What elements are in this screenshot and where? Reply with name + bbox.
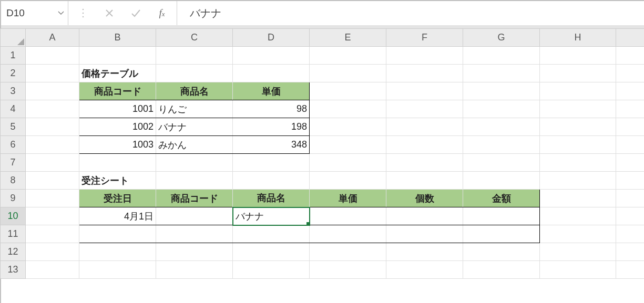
cell[interactable] (26, 261, 79, 279)
cell[interactable] (540, 82, 616, 100)
cell[interactable] (310, 136, 386, 154)
cell[interactable] (463, 172, 540, 190)
cell[interactable] (616, 225, 645, 243)
row-header[interactable]: 4 (1, 100, 26, 118)
cell[interactable] (233, 261, 310, 279)
row-header[interactable]: 13 (1, 261, 26, 279)
cell[interactable]: みかん (156, 136, 233, 154)
cell[interactable] (310, 100, 386, 118)
col-header[interactable]: B (79, 29, 156, 47)
cell[interactable] (463, 100, 540, 118)
cell[interactable] (463, 65, 540, 82)
cell-order-sheet-title[interactable]: 受注シート (79, 172, 156, 190)
cell[interactable] (233, 47, 310, 65)
cell[interactable] (26, 190, 79, 207)
cell[interactable] (463, 207, 540, 225)
cell[interactable] (540, 225, 616, 243)
cell[interactable] (540, 172, 616, 190)
cell[interactable] (310, 207, 386, 225)
row-header[interactable]: 1 (1, 47, 26, 65)
cell[interactable] (463, 82, 540, 100)
cell[interactable] (156, 225, 233, 243)
cell-header-name2[interactable]: 商品名 (233, 190, 310, 207)
cell[interactable] (26, 65, 79, 82)
cell[interactable] (310, 65, 386, 82)
cell[interactable] (386, 118, 463, 136)
cell[interactable] (310, 243, 386, 261)
cell[interactable] (26, 172, 79, 190)
cell-header-date[interactable]: 受注日 (79, 190, 156, 207)
col-header[interactable]: I (616, 29, 645, 47)
cell[interactable] (310, 172, 386, 190)
cell[interactable] (540, 136, 616, 154)
cell[interactable] (463, 136, 540, 154)
cell[interactable] (386, 225, 463, 243)
confirm-icon[interactable] (130, 8, 141, 18)
cell[interactable] (463, 154, 540, 172)
cell[interactable] (616, 118, 645, 136)
row-header[interactable]: 12 (1, 243, 26, 261)
cell[interactable] (26, 118, 79, 136)
cell-header-qty[interactable]: 個数 (386, 190, 463, 207)
cell[interactable]: 348 (233, 136, 310, 154)
cell[interactable] (26, 207, 79, 225)
cell-header-code[interactable]: 商品コード (79, 82, 156, 100)
cell-header-name[interactable]: 商品名 (156, 82, 233, 100)
cell[interactable] (463, 118, 540, 136)
cell[interactable] (616, 65, 645, 82)
cell[interactable] (386, 100, 463, 118)
cell[interactable] (463, 261, 540, 279)
cell[interactable] (233, 65, 310, 82)
name-box[interactable]: D10 (6, 1, 57, 25)
cell[interactable]: りんご (156, 100, 233, 118)
fx-icon[interactable]: fx (157, 8, 167, 18)
cell[interactable] (26, 225, 79, 243)
row-header[interactable]: 6 (1, 136, 26, 154)
cell[interactable] (310, 118, 386, 136)
cell[interactable] (540, 47, 616, 65)
cell-header-amount[interactable]: 金額 (463, 190, 540, 207)
cell[interactable] (233, 243, 310, 261)
cell[interactable] (310, 82, 386, 100)
row-header[interactable]: 3 (1, 82, 26, 100)
cell[interactable] (79, 243, 156, 261)
cell[interactable] (616, 154, 645, 172)
cell[interactable] (616, 190, 645, 207)
cell-selected[interactable]: バナナ (233, 207, 310, 225)
cell[interactable] (233, 154, 310, 172)
cell[interactable] (26, 47, 79, 65)
formula-input[interactable]: バナナ (177, 1, 644, 25)
col-header[interactable]: H (540, 29, 616, 47)
cell[interactable] (616, 261, 645, 279)
cell[interactable] (386, 207, 463, 225)
cell[interactable] (156, 154, 233, 172)
row-header[interactable]: 9 (1, 190, 26, 207)
select-all-corner[interactable] (1, 29, 26, 47)
cell[interactable] (156, 65, 233, 82)
cell[interactable] (386, 243, 463, 261)
cell[interactable] (79, 225, 156, 243)
cell[interactable] (463, 243, 540, 261)
cell[interactable]: 1001 (79, 100, 156, 118)
cell[interactable] (310, 154, 386, 172)
spreadsheet-grid[interactable]: A B C D E F G H I 1 2 価格テーブル 3 商品コード (1, 28, 644, 303)
row-header[interactable]: 2 (1, 65, 26, 82)
cell[interactable] (233, 225, 310, 243)
cell[interactable] (616, 82, 645, 100)
cell[interactable] (616, 243, 645, 261)
cell[interactable]: 198 (233, 118, 310, 136)
cell[interactable]: 98 (233, 100, 310, 118)
cell[interactable]: 1002 (79, 118, 156, 136)
cell-header-unit-price2[interactable]: 単価 (310, 190, 386, 207)
cell[interactable] (26, 82, 79, 100)
cell[interactable] (156, 243, 233, 261)
cell[interactable] (540, 100, 616, 118)
cell-header-code2[interactable]: 商品コード (156, 190, 233, 207)
cell[interactable] (310, 47, 386, 65)
cell[interactable] (616, 207, 645, 225)
cell[interactable] (156, 172, 233, 190)
col-header[interactable]: C (156, 29, 233, 47)
cell[interactable] (310, 225, 386, 243)
cell[interactable] (233, 172, 310, 190)
cell[interactable] (386, 136, 463, 154)
